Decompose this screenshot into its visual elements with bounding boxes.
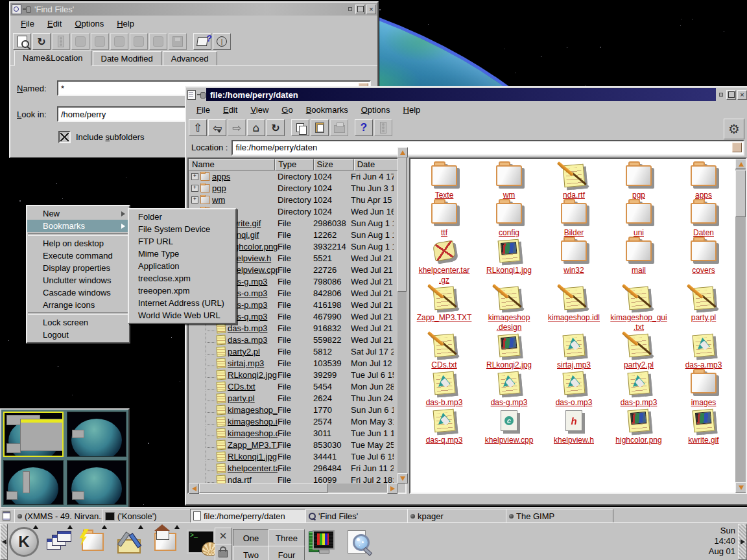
- icon-view-item[interactable]: das-a.mp3: [671, 332, 736, 370]
- file-name-link[interactable]: pgp: [212, 183, 226, 193]
- kfind-icon[interactable]: [342, 526, 374, 557]
- stop-icon[interactable]: [374, 119, 392, 136]
- table-row[interactable]: Zapp_MP3.TXTFile853030Tue May 25 0: [189, 439, 405, 450]
- tree-horizontal-scrollbar[interactable]: [189, 484, 397, 493]
- pager-desktop-3[interactable]: [3, 460, 64, 506]
- lock-screen-button[interactable]: [215, 544, 231, 560]
- icon-label[interactable]: khelpview.cpp: [485, 436, 534, 445]
- context-menu-item-cascade-windows[interactable]: Cascade windows: [27, 286, 129, 299]
- icon-view-item[interactable]: das-q.mp3: [412, 408, 477, 445]
- scrollbar-thumb[interactable]: [397, 158, 407, 292]
- icon-label[interactable]: Zapp_MP3.TXT: [417, 313, 472, 323]
- stop-icon[interactable]: [52, 33, 70, 50]
- icon-label[interactable]: party.pl: [691, 313, 716, 323]
- file-name-link[interactable]: RLkonqi1.jpg: [228, 452, 277, 461]
- find-files-menu-file[interactable]: File: [14, 17, 41, 30]
- icon-label[interactable]: khelpview.h: [554, 436, 594, 445]
- context-menu-item-help-on-desktop[interactable]: Help on desktop: [27, 237, 129, 250]
- submenu-item-mime-type[interactable]: Mime Type: [129, 248, 235, 260]
- display-settings-icon[interactable]: [306, 526, 337, 557]
- location-combo-button[interactable]: [732, 143, 742, 152]
- desktop-button-three[interactable]: Three: [268, 529, 305, 547]
- desktop-button-four[interactable]: Four: [268, 546, 305, 560]
- column-header-name[interactable]: Name: [189, 159, 275, 170]
- icon-view-item[interactable]: Zapp_MP3.TXT: [412, 285, 477, 332]
- icon-view-item[interactable]: pgp: [606, 163, 671, 200]
- tab-name-location[interactable]: Name&Location: [14, 51, 91, 66]
- icon-label[interactable]: covers: [692, 266, 715, 275]
- close-button[interactable]: ×: [737, 90, 747, 100]
- file-name-link[interactable]: sirtaj.mp3: [228, 358, 264, 368]
- taskbar-item-4[interactable]: 'Find Files': [305, 509, 413, 523]
- icon-label[interactable]: win32: [563, 266, 584, 275]
- file-name-link[interactable]: kimageshop.design: [228, 428, 278, 438]
- icon-label[interactable]: RLkonqi1.jpg: [486, 266, 532, 275]
- icon-label[interactable]: das-g.mp3: [491, 398, 528, 408]
- icon-view-item[interactable]: apps: [671, 163, 736, 200]
- submenu-item-application[interactable]: Application: [129, 260, 235, 272]
- file-manager-menu-options[interactable]: Options: [355, 103, 397, 117]
- icon-view-item[interactable]: CDs.txt: [412, 332, 477, 370]
- save-icon[interactable]: [169, 33, 187, 50]
- scrollbar-thumb[interactable]: [199, 484, 328, 493]
- reload-icon[interactable]: ↻: [32, 33, 51, 50]
- pager-window-thumb[interactable]: [20, 419, 64, 451]
- find-files-menu-help[interactable]: Help: [110, 17, 141, 30]
- icon-label[interactable]: das-o.mp3: [556, 398, 593, 408]
- file-name-link[interactable]: party.pl: [228, 393, 255, 403]
- icon-view-item[interactable]: khelpview.h: [541, 408, 606, 445]
- icon-view-item[interactable]: das-g.mp3: [477, 370, 541, 408]
- table-row[interactable]: das-a.mp3File559822Wed Jul 21 21: [189, 334, 405, 345]
- help-book-icon[interactable]: [193, 33, 211, 50]
- file-name-link[interactable]: kimageshop_gui.txt: [228, 405, 278, 415]
- table-row[interactable]: +wmDirectory1024Thu Apr 15 17: [189, 194, 405, 205]
- include-subfolders-checkbox[interactable]: [58, 131, 71, 143]
- icon-label[interactable]: sirtaj.mp3: [557, 360, 591, 370]
- icon-label[interactable]: party2.pl: [624, 360, 654, 370]
- location-input[interactable]: file:/home/perry/daten: [231, 140, 744, 156]
- context-menu-item-new[interactable]: New: [27, 207, 129, 220]
- table-row[interactable]: khelpcenter.tar.gzFile296484Fri Jun 11 2…: [189, 462, 405, 474]
- icon-view-item[interactable]: kimageshop_gui .txt: [606, 285, 671, 332]
- file-name-link[interactable]: apps: [212, 172, 230, 181]
- file-manager-menu-file[interactable]: File: [190, 103, 217, 117]
- icon-view-item[interactable]: config: [477, 200, 541, 238]
- icon-label[interactable]: kwrite.gif: [688, 436, 718, 445]
- expander-icon[interactable]: +: [191, 196, 198, 204]
- icon-label[interactable]: ttf: [441, 228, 447, 238]
- scroll-right-icon[interactable]: [387, 484, 397, 494]
- table-row[interactable]: party.plFile2624Thu Jun 24 01: [189, 392, 405, 404]
- search-icon[interactable]: [13, 33, 31, 50]
- context-menu-item-bookmarks[interactable]: Bookmarks: [27, 220, 129, 232]
- icon-view-item[interactable]: wm: [477, 163, 541, 200]
- scrollbar-thumb[interactable]: [735, 170, 746, 217]
- panel-clock[interactable]: Sun14:40Aug 01: [709, 526, 735, 557]
- file-name-link[interactable]: wm: [212, 195, 225, 205]
- icon-label[interactable]: CDs.txt: [431, 360, 456, 370]
- icon-label[interactable]: khelpcenter.tar .gz: [419, 266, 470, 285]
- file-name-link[interactable]: das-b.mp3: [228, 323, 267, 333]
- move-icon[interactable]: [149, 33, 167, 50]
- table-row[interactable]: sirtaj.mp3File103539Mon Jul 12 16: [189, 357, 405, 369]
- info-icon[interactable]: |: [213, 33, 231, 50]
- pager-window-thumb[interactable]: [72, 491, 84, 500]
- submenu-item-internet-address-url-[interactable]: Internet Address (URL): [129, 297, 235, 309]
- pager-window-thumb[interactable]: [72, 430, 84, 438]
- icon-view-item[interactable]: khelpview.cpp: [477, 408, 541, 445]
- taskbar-item-2[interactable]: ('Konsole'): [102, 509, 195, 523]
- context-menu-item-lock-screen[interactable]: Lock screen: [27, 316, 129, 329]
- icon-label[interactable]: images: [691, 398, 717, 408]
- kde-gear-icon[interactable]: ⚙: [724, 119, 744, 139]
- archive-icon[interactable]: [110, 33, 128, 50]
- forward-icon[interactable]: ⇨: [228, 119, 246, 136]
- context-menu-item-logout[interactable]: Logout: [27, 329, 129, 341]
- taskbar-item-5[interactable]: kpager: [407, 509, 512, 523]
- column-header-date[interactable]: Date: [354, 159, 399, 170]
- icon-view-item[interactable]: party2.pl: [606, 332, 671, 370]
- sticky-pin-icon[interactable]: [23, 5, 30, 13]
- icon-view-item[interactable]: ttf: [412, 200, 477, 238]
- icon-view-item[interactable]: party.pl: [671, 285, 736, 332]
- help-icon[interactable]: ?: [355, 119, 373, 136]
- icon-view-item[interactable]: das-p.mp3: [606, 370, 671, 408]
- icon-label[interactable]: kimageshop_gui .txt: [610, 313, 667, 332]
